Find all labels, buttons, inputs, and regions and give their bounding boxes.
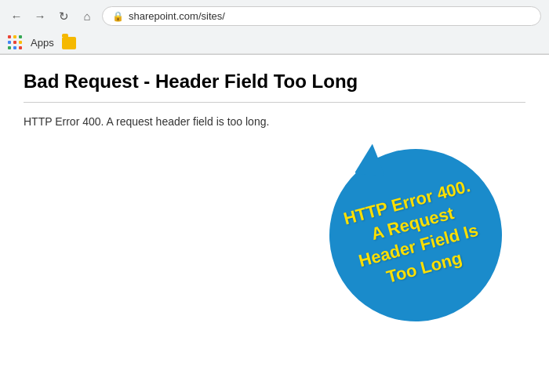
divider xyxy=(24,102,525,103)
lock-icon: 🔒 xyxy=(112,11,124,22)
apps-dot-3 xyxy=(8,41,11,44)
apps-dot-7 xyxy=(13,46,16,49)
apps-dot-6 xyxy=(8,46,11,49)
page-content: Bad Request - Header Field Too Long HTTP… xyxy=(0,55,549,159)
url-text: sharepoint.com/sites/ xyxy=(129,10,225,22)
apps-grid-icon[interactable] xyxy=(8,35,23,50)
browser-toolbar: ← → ↻ ⌂ 🔒 sharepoint.com/sites/ xyxy=(0,0,549,32)
apps-dot-1 xyxy=(13,35,16,38)
callout-bubble: HTTP Error 400. A Request Header Field I… xyxy=(310,129,521,340)
apps-dot-2 xyxy=(19,35,22,38)
apps-dot-5 xyxy=(19,41,22,44)
callout-text: HTTP Error 400. A Request Header Field I… xyxy=(322,156,510,314)
browser-chrome: ← → ↻ ⌂ 🔒 sharepoint.com/sites/ Apps xyxy=(0,0,549,55)
reload-button[interactable]: ↻ xyxy=(55,8,72,25)
bookmark-folder-icon[interactable] xyxy=(62,37,76,49)
page-title: Bad Request - Header Field Too Long xyxy=(24,71,525,93)
apps-dot-4 xyxy=(13,41,16,44)
apps-dot-8 xyxy=(19,46,22,49)
home-button[interactable]: ⌂ xyxy=(78,8,96,25)
error-message: HTTP Error 400. A request header field i… xyxy=(24,115,525,128)
apps-dot-0 xyxy=(8,35,11,38)
back-button[interactable]: ← xyxy=(8,8,25,25)
forward-button[interactable]: → xyxy=(31,8,49,25)
apps-label[interactable]: Apps xyxy=(31,37,54,49)
bookmarks-bar: Apps xyxy=(0,32,549,54)
address-bar[interactable]: 🔒 sharepoint.com/sites/ xyxy=(102,6,541,26)
